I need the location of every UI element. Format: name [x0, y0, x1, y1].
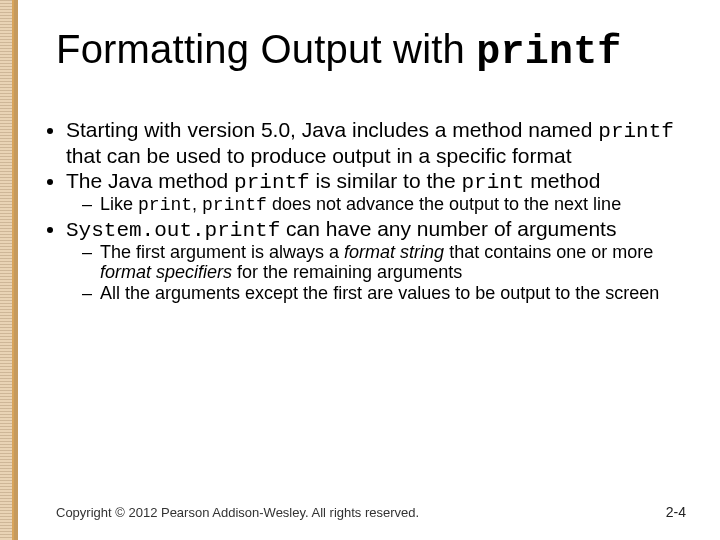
- text: All the arguments except the first are v…: [100, 283, 659, 303]
- slide-title: Formatting Output with printf: [56, 28, 622, 74]
- code: printf: [598, 120, 674, 143]
- text: Starting with version 5.0, Java includes…: [66, 118, 598, 141]
- text: method: [524, 169, 600, 192]
- bullet-3-sub-2: All the arguments except the first are v…: [100, 284, 692, 304]
- text: The first argument is always a: [100, 242, 344, 262]
- bullet-3: System.out.printf can have any number of…: [66, 217, 692, 304]
- code: printf: [234, 171, 310, 194]
- text: ,: [192, 194, 202, 214]
- text: can have any number of arguments: [280, 217, 616, 240]
- italic-text: format specifiers: [100, 262, 232, 282]
- sub-list: Like print, printf does not advance the …: [66, 195, 692, 216]
- slide-body: Starting with version 5.0, Java includes…: [40, 118, 692, 306]
- text: The Java method: [66, 169, 234, 192]
- code: print: [138, 195, 192, 215]
- sub-list: The first argument is always a format st…: [66, 243, 692, 304]
- bullet-3-sub-1: The first argument is always a format st…: [100, 243, 692, 283]
- page-number: 2-4: [666, 504, 686, 520]
- bullet-1: Starting with version 5.0, Java includes…: [66, 118, 692, 167]
- copyright-footer: Copyright © 2012 Pearson Addison-Wesley.…: [56, 505, 419, 520]
- code: print: [461, 171, 524, 194]
- code: printf: [202, 195, 267, 215]
- decorative-stripe-accent: [14, 0, 18, 540]
- bullet-2: The Java method printf is similar to the…: [66, 169, 692, 215]
- bullet-list: Starting with version 5.0, Java includes…: [40, 118, 692, 304]
- code: System.out.printf: [66, 219, 280, 242]
- text: Like: [100, 194, 138, 214]
- decorative-stripe: [0, 0, 12, 540]
- text: is similar to the: [310, 169, 462, 192]
- slide: Formatting Output with printf Starting w…: [0, 0, 720, 540]
- title-text: Formatting Output with: [56, 27, 476, 71]
- text: that can be used to produce output in a …: [66, 144, 571, 167]
- text: that contains one or more: [444, 242, 653, 262]
- text: does not advance the output to the next …: [267, 194, 621, 214]
- text: for the remaining arguments: [232, 262, 462, 282]
- bullet-2-sub-1: Like print, printf does not advance the …: [100, 195, 692, 216]
- title-code: printf: [476, 30, 621, 75]
- italic-text: format string: [344, 242, 444, 262]
